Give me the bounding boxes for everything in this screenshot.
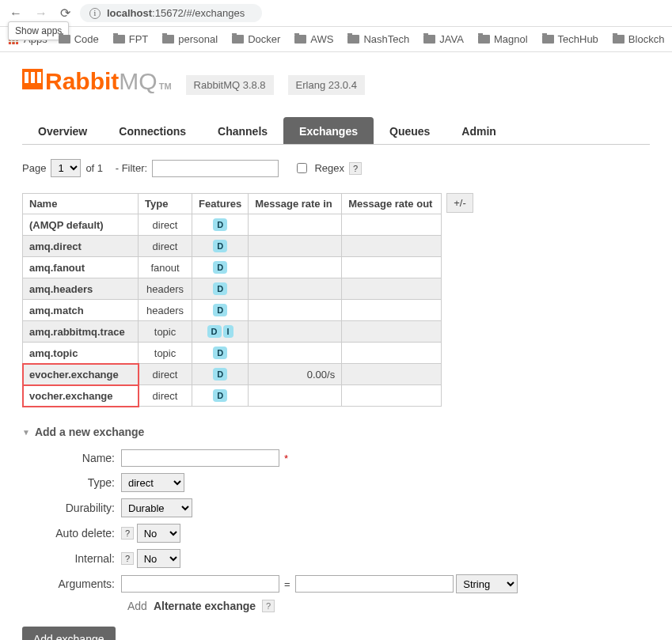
- type-select[interactable]: direct: [121, 473, 184, 492]
- argument-key-input[interactable]: [121, 575, 279, 593]
- tab-admin[interactable]: Admin: [446, 117, 512, 144]
- rate-out-cell: [342, 300, 442, 321]
- arguments-label: Arguments:: [22, 578, 121, 590]
- add-exchange-button[interactable]: Add exchange: [22, 627, 116, 640]
- exchange-name-cell[interactable]: evocher.exchange: [23, 364, 139, 385]
- tab-queues[interactable]: Queues: [374, 117, 446, 144]
- exchange-features-cell: D: [192, 364, 249, 385]
- bookmark-folder[interactable]: personal: [162, 33, 218, 45]
- bookmark-label: JAVA: [439, 33, 464, 45]
- reload-button[interactable]: ⟳: [57, 4, 74, 22]
- rate-in-cell: [249, 300, 342, 321]
- exchange-name-cell[interactable]: amq.topic: [23, 343, 139, 364]
- feature-tag: D: [213, 240, 227, 252]
- durability-select[interactable]: Durable: [121, 498, 192, 517]
- rate-out-cell: [342, 385, 442, 407]
- forward-button[interactable]: →: [32, 5, 51, 22]
- rate-in-cell: [249, 321, 342, 343]
- filter-input[interactable]: [152, 160, 279, 177]
- rate-out-cell: [342, 214, 442, 236]
- logo-tm: TM: [159, 81, 172, 91]
- rate-out-cell: [342, 257, 442, 278]
- column-header[interactable]: Message rate out: [342, 194, 442, 214]
- columns-toggle[interactable]: +/-: [446, 193, 473, 213]
- feature-tag: D: [213, 389, 227, 402]
- exchange-name-cell[interactable]: amq.headers: [23, 278, 139, 300]
- bookmark-folder[interactable]: JAVA: [423, 33, 464, 45]
- tab-channels[interactable]: Channels: [202, 117, 283, 144]
- folder-icon: [423, 35, 435, 44]
- exchange-name-cell[interactable]: vocher.exchange: [23, 385, 139, 407]
- regex-help[interactable]: ?: [349, 162, 362, 175]
- tab-overview[interactable]: Overview: [22, 117, 103, 144]
- exchange-type-cell: headers: [139, 278, 192, 300]
- rate-in-cell: 0.00/s: [249, 364, 342, 385]
- argument-type-select[interactable]: String: [456, 574, 518, 593]
- bookmark-folder[interactable]: Docker: [232, 33, 280, 45]
- feature-tag: D: [213, 347, 227, 359]
- name-input[interactable]: [121, 449, 279, 467]
- add-argument-link[interactable]: Add: [127, 600, 147, 612]
- exchange-name-cell[interactable]: amq.match: [23, 300, 139, 321]
- feature-tag: D: [207, 325, 222, 338]
- bookmark-label: Magnol: [494, 33, 528, 45]
- alternate-exchange-help[interactable]: ?: [262, 600, 275, 612]
- url-host: localhost:15672/#/exchanges: [107, 7, 245, 19]
- exchanges-table: NameTypeFeaturesMessage rate inMessage r…: [22, 193, 442, 407]
- argument-value-input[interactable]: [295, 575, 454, 593]
- back-button[interactable]: ←: [6, 5, 25, 22]
- tab-exchanges[interactable]: Exchanges: [283, 117, 374, 144]
- exchange-name-cell[interactable]: amq.direct: [23, 236, 139, 257]
- disclosure-triangle-icon: ▼: [22, 428, 30, 437]
- regex-checkbox[interactable]: [297, 163, 307, 173]
- rabbitmq-logo-icon: [22, 69, 43, 89]
- feature-tag: D: [213, 282, 227, 295]
- folder-icon: [113, 35, 125, 44]
- bookmark-folder[interactable]: TechHub: [542, 33, 598, 45]
- table-row: amq.topictopicD: [23, 343, 442, 364]
- folder-icon: [347, 35, 359, 44]
- exchange-type-cell: direct: [139, 236, 192, 257]
- column-header[interactable]: Features: [192, 194, 249, 214]
- logo-text-mq: MQ: [119, 68, 157, 95]
- alternate-exchange-link[interactable]: Alternate exchange: [154, 600, 256, 612]
- exchange-name-cell[interactable]: amq.rabbitmq.trace: [23, 321, 139, 343]
- bookmark-folder[interactable]: Code: [59, 33, 99, 45]
- autodelete-select[interactable]: No: [137, 524, 180, 543]
- version-rabbitmq: RabbitMQ 3.8.8: [186, 75, 274, 95]
- logo-text-rabbit: Rabbit: [45, 68, 119, 95]
- column-header[interactable]: Message rate in: [249, 194, 342, 214]
- bookmark-folder[interactable]: NashTech: [347, 33, 409, 45]
- exchange-name-cell[interactable]: (AMQP default): [23, 214, 139, 236]
- rate-in-cell: [249, 236, 342, 257]
- folder-icon: [613, 35, 625, 44]
- internal-help[interactable]: ?: [121, 552, 134, 565]
- bookmark-label: Code: [74, 33, 99, 45]
- page-of: of 1: [85, 162, 103, 174]
- rate-out-cell: [342, 278, 442, 300]
- folder-icon: [232, 35, 244, 44]
- exchange-features-cell: D: [192, 278, 249, 300]
- url-bar[interactable]: i localhost:15672/#/exchanges: [80, 4, 262, 22]
- exchange-name-cell[interactable]: amq.fanout: [23, 257, 139, 278]
- site-info-icon[interactable]: i: [89, 8, 101, 19]
- table-row: amq.fanoutfanoutD: [23, 257, 442, 278]
- tab-connections[interactable]: Connections: [103, 117, 202, 144]
- bookmark-folder[interactable]: FPT: [113, 33, 149, 45]
- bookmark-folder[interactable]: AWS: [294, 33, 333, 45]
- folder-icon: [59, 35, 70, 44]
- column-header[interactable]: Type: [139, 194, 192, 214]
- internal-select[interactable]: No: [137, 549, 180, 568]
- durability-label: Durability:: [22, 502, 121, 514]
- autodelete-help[interactable]: ?: [121, 527, 134, 540]
- bookmark-label: Blockch: [628, 33, 664, 45]
- table-row: amq.rabbitmq.tracetopicDI: [23, 321, 442, 343]
- required-marker: *: [284, 453, 288, 464]
- add-exchange-section[interactable]: ▼ Add a new exchange: [22, 426, 650, 438]
- feature-tag: D: [213, 368, 227, 381]
- exchange-type-cell: direct: [139, 364, 192, 385]
- bookmark-folder[interactable]: Blockch: [613, 33, 664, 45]
- bookmark-folder[interactable]: Magnol: [478, 33, 528, 45]
- page-select[interactable]: 1: [51, 159, 81, 177]
- column-header[interactable]: Name: [23, 194, 139, 214]
